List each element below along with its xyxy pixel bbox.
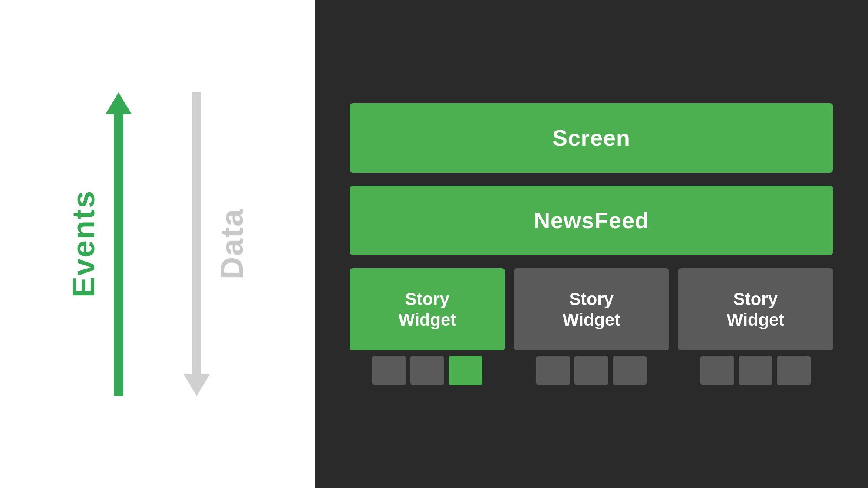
events-label: Events: [66, 190, 101, 298]
sub-block-2-3: [613, 356, 647, 385]
screen-block: Screen: [350, 103, 833, 173]
sub-block-2-2: [574, 356, 608, 385]
sub-block-1-1: [372, 356, 406, 385]
events-arrow-up: [106, 92, 132, 396]
sub-block-1-2: [410, 356, 444, 385]
sub-block-3-3: [777, 356, 811, 385]
arrow-up-head: [106, 92, 132, 114]
arrow-up-shaft: [114, 114, 123, 396]
data-arrow-down: [184, 92, 210, 396]
arrow-down-shaft: [192, 92, 201, 374]
data-label: Data: [214, 208, 250, 279]
story-widget-label-1: StoryWidget: [399, 288, 456, 330]
screen-label: Screen: [552, 125, 630, 151]
sub-blocks-row-3: [678, 356, 833, 385]
story-widget-group-2: StoryWidget: [514, 268, 669, 385]
sub-blocks-row-2: [514, 356, 669, 385]
story-widget-block-3: StoryWidget: [678, 268, 833, 350]
newsfeed-label: NewsFeed: [534, 207, 649, 233]
arrows-container: Events Data: [66, 92, 250, 396]
left-panel: Events Data: [0, 0, 315, 488]
story-widgets-row: StoryWidget StoryWidget StoryWidget: [350, 268, 833, 385]
story-widget-label-2: StoryWidget: [563, 288, 620, 330]
story-widget-block-1: StoryWidget: [350, 268, 505, 350]
sub-block-3-2: [739, 356, 772, 385]
story-widget-block-2: StoryWidget: [514, 268, 669, 350]
sub-block-1-3: [449, 356, 482, 385]
story-widget-group-3: StoryWidget: [678, 268, 833, 385]
story-widget-label-3: StoryWidget: [727, 288, 785, 330]
events-group: Events: [66, 92, 132, 396]
right-panel: Screen NewsFeed StoryWidget StoryWidget: [315, 0, 868, 488]
data-group: Data: [184, 92, 250, 396]
arrow-down-head: [184, 374, 210, 396]
sub-block-2-1: [536, 356, 570, 385]
story-widget-group-1: StoryWidget: [350, 268, 505, 385]
newsfeed-block: NewsFeed: [350, 186, 833, 255]
sub-block-3-1: [700, 356, 734, 385]
sub-blocks-row-1: [350, 356, 505, 385]
